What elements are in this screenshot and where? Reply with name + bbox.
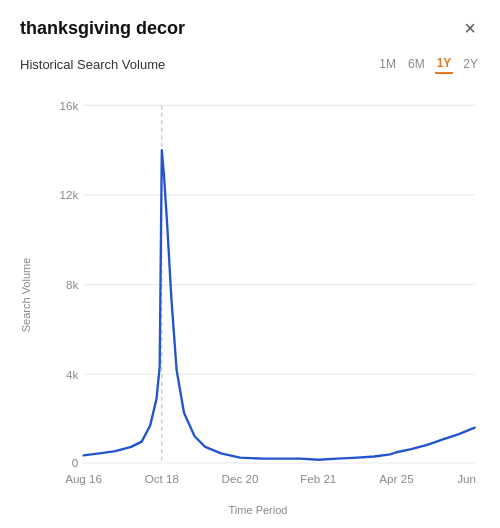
svg-text:Apr 25: Apr 25: [379, 472, 413, 485]
sub-header: Historical Search Volume 1M 6M 1Y 2Y: [20, 54, 480, 74]
svg-text:Feb 21: Feb 21: [300, 472, 336, 485]
svg-text:Dec 20: Dec 20: [222, 472, 259, 485]
close-button[interactable]: ×: [460, 16, 480, 40]
time-filter-group: 1M 6M 1Y 2Y: [377, 54, 480, 74]
main-container: thanksgiving decor × Historical Search V…: [0, 0, 500, 528]
chart-subtitle: Historical Search Volume: [20, 57, 165, 72]
page-title: thanksgiving decor: [20, 18, 185, 39]
svg-text:Jun 27: Jun 27: [457, 472, 480, 485]
chart-area: Search Volume 16k 12k 8k: [20, 84, 480, 516]
chart-svg-container: 16k 12k 8k 4k 0 Aug 16 Oct 18 Dec 20 Feb…: [36, 84, 480, 500]
filter-1y[interactable]: 1Y: [435, 54, 454, 74]
y-axis-label: Search Volume: [20, 84, 32, 516]
x-axis-label: Time Period: [36, 504, 480, 516]
line-chart: 16k 12k 8k 4k 0 Aug 16 Oct 18 Dec 20 Feb…: [36, 84, 480, 500]
filter-6m[interactable]: 6M: [406, 55, 427, 73]
chart-inner: 16k 12k 8k 4k 0 Aug 16 Oct 18 Dec 20 Feb…: [36, 84, 480, 516]
svg-text:Oct 18: Oct 18: [145, 472, 179, 485]
header: thanksgiving decor ×: [20, 16, 480, 40]
svg-text:Aug 16: Aug 16: [65, 472, 102, 485]
svg-text:12k: 12k: [60, 188, 79, 201]
svg-text:16k: 16k: [60, 99, 79, 112]
filter-2y[interactable]: 2Y: [461, 55, 480, 73]
svg-text:4k: 4k: [66, 368, 78, 381]
svg-text:0: 0: [72, 456, 79, 469]
svg-text:8k: 8k: [66, 278, 78, 291]
filter-1m[interactable]: 1M: [377, 55, 398, 73]
chart-line: [84, 150, 475, 460]
